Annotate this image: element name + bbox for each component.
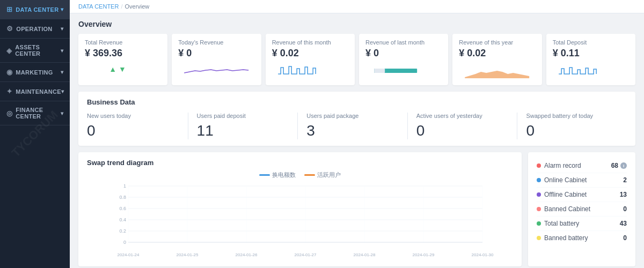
revenue-card-label-3: Revenue of last month xyxy=(365,39,442,46)
sidebar-item-assets-center[interactable]: ◈ ASSETS CENTER ▾ xyxy=(0,39,70,62)
svg-text:▲ ▼: ▲ ▼ xyxy=(109,65,126,73)
sidebar-label-marketing: MARKETING xyxy=(16,69,53,76)
business-stat-1: Users paid deposit11 xyxy=(188,113,298,139)
overview-title: Overview xyxy=(78,20,635,28)
business-stat-0: New users today0 xyxy=(87,113,188,139)
revenue-card-value-2: ¥ 0.02 xyxy=(272,48,348,59)
revenue-card-value-3: ¥ 0 xyxy=(365,48,442,59)
legend-color-0 xyxy=(259,174,270,176)
revenue-card-chart-1 xyxy=(178,62,254,78)
svg-text:2024-01-25: 2024-01-25 xyxy=(177,252,199,257)
right-stat-row-3: Banned Cabinet0 xyxy=(537,202,627,217)
sidebar-label-assets: ASSETS CENTER xyxy=(15,44,60,57)
right-stat-row-1: Online Cabinet2 xyxy=(537,173,627,188)
business-stat-value-4: 0 xyxy=(526,122,618,139)
right-stat-value-3: 0 xyxy=(623,205,627,213)
breadcrumb-data-center[interactable]: DATA CENTER xyxy=(78,3,119,10)
business-stat-value-3: 0 xyxy=(416,122,509,139)
business-stat-label-0: New users today xyxy=(87,113,179,119)
revenue-card-chart-3 xyxy=(365,62,442,78)
revenue-card-4: Revenue of this year¥ 0.02 xyxy=(452,34,541,85)
breadcrumb: DATA CENTER / Overview xyxy=(70,0,644,13)
data-center-chevron: ▾ xyxy=(61,6,63,12)
assets-icon: ◈ xyxy=(6,47,12,55)
revenue-card-label-4: Revenue of this year xyxy=(459,39,535,46)
svg-text:2024-01-28: 2024-01-28 xyxy=(354,252,376,257)
revenue-card-label-1: Today's Revenue xyxy=(178,39,254,46)
sidebar-item-operation[interactable]: ⚙ OPERATION ▾ xyxy=(0,19,70,38)
revenue-card-label-5: Total Deposit xyxy=(553,39,629,46)
revenue-card-value-4: ¥ 0.02 xyxy=(459,48,535,59)
right-stat-left-4: Total battery xyxy=(537,220,579,227)
right-stat-label-0: Alarm record xyxy=(544,162,581,169)
right-stat-left-1: Online Cabinet xyxy=(537,176,587,184)
sidebar-item-finance-center[interactable]: ◎ FINANCE CENTER ▾ xyxy=(0,101,70,125)
right-stat-label-4: Total battery xyxy=(544,220,579,227)
sidebar-label-data-center: DATA CENTER xyxy=(16,6,58,13)
sidebar-label-maintenance: MAINTENANCE xyxy=(16,88,61,95)
right-stat-dot-1 xyxy=(537,178,541,182)
sidebar: TYCORUM ⊞ DATA CENTER ▾ ⚙ OPERATION ▾ ◈ … xyxy=(0,0,70,268)
sidebar-section-data-center: ⊞ DATA CENTER ▾ xyxy=(0,0,70,19)
business-stat-3: Active users of yesterday0 xyxy=(408,113,518,139)
revenue-card-chart-2 xyxy=(272,62,348,78)
legend-color-1 xyxy=(304,174,315,176)
svg-text:1: 1 xyxy=(123,183,126,189)
revenue-card-1: Today's Revenue¥ 0 xyxy=(172,34,261,85)
sidebar-section-maintenance: ✦ MAINTENANCE ▾ xyxy=(0,82,70,101)
right-stat-dot-4 xyxy=(537,221,541,226)
main-content: DATA CENTER / Overview Overview Total Re… xyxy=(70,0,644,268)
sidebar-label-finance: FINANCE CENTER xyxy=(16,107,60,120)
business-stat-2: Users paid package3 xyxy=(298,113,408,139)
business-stat-label-2: Users paid package xyxy=(306,113,399,119)
info-icon-0[interactable]: i xyxy=(620,162,627,169)
svg-text:0.8: 0.8 xyxy=(119,195,126,200)
revenue-card-value-1: ¥ 0 xyxy=(178,48,254,59)
right-stat-dot-3 xyxy=(537,207,541,211)
svg-text:0: 0 xyxy=(123,240,126,245)
revenue-card-label-2: Revenue of this month xyxy=(272,39,348,46)
business-stat-label-4: Swapped battery of today xyxy=(526,113,618,119)
svg-text:0.4: 0.4 xyxy=(119,217,126,222)
revenue-card-value-0: ¥ 369.36 xyxy=(85,48,161,59)
svg-text:2024-01-29: 2024-01-29 xyxy=(413,252,435,257)
sidebar-item-marketing[interactable]: ◉ MARKETING ▾ xyxy=(0,63,70,81)
revenue-card-3: Revenue of last month¥ 0 xyxy=(359,34,448,85)
business-stat-value-1: 11 xyxy=(197,122,289,139)
revenue-card-5: Total Deposit¥ 0.11 xyxy=(546,34,635,85)
operation-chevron: ▾ xyxy=(61,26,63,32)
business-data-section: Business Data New users today0Users paid… xyxy=(78,92,635,146)
svg-text:2024-01-26: 2024-01-26 xyxy=(236,252,258,257)
marketing-chevron: ▾ xyxy=(61,69,63,75)
revenue-cards-row: Total Revenue¥ 369.36▲ ▼Today's Revenue¥… xyxy=(78,34,635,85)
right-stat-row-0: Alarm record68i xyxy=(537,159,627,173)
sidebar-section-marketing: ◉ MARKETING ▾ xyxy=(0,63,70,82)
maintenance-icon: ✦ xyxy=(6,87,12,95)
business-stat-label-3: Active users of yesterday xyxy=(416,113,509,119)
right-stat-label-5: Banned battery xyxy=(544,234,588,242)
right-stat-left-3: Banned Cabinet xyxy=(537,205,590,213)
right-stat-row-5: Banned battery0 xyxy=(537,231,627,245)
sidebar-item-data-center[interactable]: ⊞ DATA CENTER ▾ xyxy=(0,0,70,19)
swap-trend-chart: 10.80.60.40.202024-01-242024-01-252024-0… xyxy=(87,183,513,258)
business-stat-label-1: Users paid deposit xyxy=(197,113,289,119)
revenue-card-label-0: Total Revenue xyxy=(85,39,161,46)
operation-icon: ⚙ xyxy=(6,25,13,33)
sidebar-label-operation: OPERATION xyxy=(16,26,52,32)
svg-rect-2 xyxy=(374,69,385,73)
legend-item-1: 活跃用户 xyxy=(304,171,341,179)
revenue-card-value-5: ¥ 0.11 xyxy=(553,48,629,59)
chart-section: Swap trend diagram 换电额数活跃用户 10.80.60.40.… xyxy=(78,152,522,266)
right-panel: Alarm record68iOnline Cabinet2Offline Ca… xyxy=(528,152,635,266)
breadcrumb-separator: / xyxy=(121,3,122,10)
business-stat-value-0: 0 xyxy=(87,122,179,139)
finance-chevron: ▾ xyxy=(61,110,63,116)
data-center-icon: ⊞ xyxy=(6,5,12,13)
revenue-card-chart-4 xyxy=(459,62,535,78)
finance-icon: ◎ xyxy=(6,109,12,117)
right-stat-value-1: 2 xyxy=(623,176,627,184)
svg-text:2024-01-27: 2024-01-27 xyxy=(295,252,317,257)
business-data-title: Business Data xyxy=(87,98,627,106)
sidebar-item-maintenance[interactable]: ✦ MAINTENANCE ▾ xyxy=(0,82,70,101)
sidebar-section-operation: ⚙ OPERATION ▾ xyxy=(0,19,70,39)
